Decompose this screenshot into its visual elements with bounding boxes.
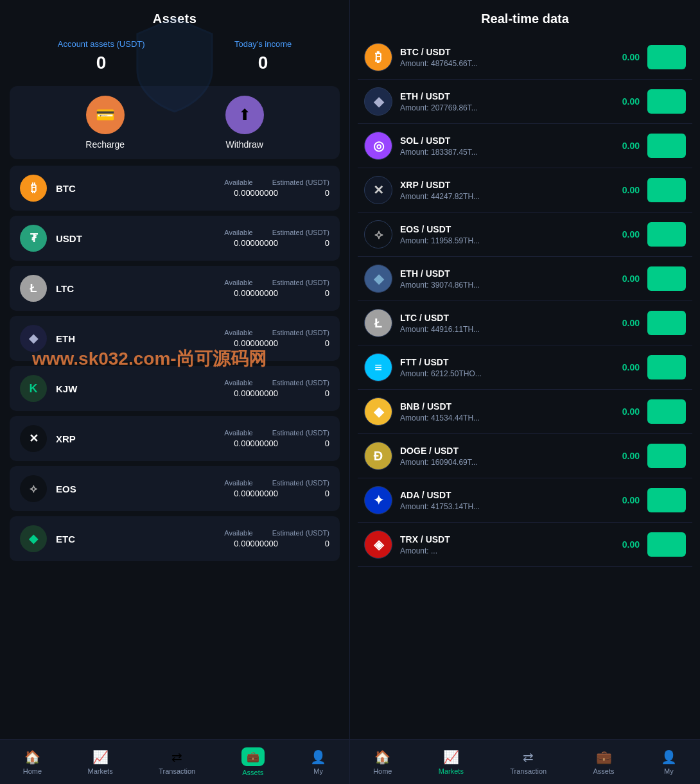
left-nav-my[interactable]: 👤 My	[304, 745, 333, 779]
realtime-item-eth2-5: ◆ ETH / USDT Amount: 39074.86TH... 0.00	[358, 257, 692, 301]
rt-pair-4: EOS / USDT	[400, 224, 603, 234]
rt-price-6: 0.00	[611, 318, 640, 328]
realtime-item-ftt-7: ≡ FTT / USDT Amount: 6212.50THO... 0.00	[358, 345, 692, 390]
coin-item-kjw[interactable]: K KJW Available Estimated (USDT) 0.00000…	[10, 366, 340, 411]
coin-symbol-etc: ETC	[56, 534, 88, 544]
available-label: Available	[224, 479, 252, 487]
realtime-list: ₿ BTC / USDT Amount: 487645.66T... 0.00 …	[350, 35, 700, 739]
recharge-button[interactable]: 💳 Recharge	[85, 96, 125, 150]
right-nav-label-assets: Assets	[593, 767, 615, 775]
rt-amount-1: Amount: 207769.86T...	[400, 103, 603, 112]
coin-available-btc: 0.00000000	[220, 188, 278, 198]
rt-trade-button-5[interactable]	[647, 266, 686, 291]
coin-estimated-eth: 0	[297, 338, 329, 348]
right-nav-markets[interactable]: 📈 Markets	[432, 745, 470, 779]
estimated-label: Estimated (USDT)	[272, 229, 329, 236]
rt-trade-button-3[interactable]	[647, 178, 686, 202]
available-label: Available	[224, 329, 252, 336]
realtime-item-ltc-6: Ł LTC / USDT Amount: 44916.11TH... 0.00	[358, 301, 692, 345]
right-nav-home[interactable]: 🏠 Home	[367, 745, 398, 779]
rt-trade-button-9[interactable]	[647, 444, 686, 468]
rt-info-7: FTT / USDT Amount: 6212.50THO...	[400, 357, 603, 378]
right-nav-icon-transaction: ⇄	[523, 749, 534, 765]
left-nav-label-home: Home	[23, 767, 42, 775]
estimated-label: Estimated (USDT)	[272, 479, 329, 487]
rt-amount-11: Amount: ...	[400, 546, 603, 555]
rt-pair-0: BTC / USDT	[400, 47, 603, 57]
account-assets-stat: Account assets (USDT) 0	[58, 39, 145, 73]
rt-trade-button-6[interactable]	[647, 311, 686, 335]
coin-amounts-eos: Available Estimated (USDT) 0.00000000 0	[97, 479, 329, 498]
coin-item-eos[interactable]: ⟡ EOS Available Estimated (USDT) 0.00000…	[10, 466, 340, 511]
right-nav-my[interactable]: 👤 My	[654, 745, 683, 779]
coin-item-etc[interactable]: ◆ ETC Available Estimated (USDT) 0.00000…	[10, 516, 340, 561]
coin-estimated-kjw: 0	[297, 388, 329, 398]
rt-price-4: 0.00	[611, 229, 640, 240]
available-label: Available	[224, 529, 252, 537]
rt-info-4: EOS / USDT Amount: 11958.59TH...	[400, 224, 603, 245]
coin-icon-etc: ◆	[20, 525, 47, 552]
right-nav-icon-markets: 📈	[443, 749, 459, 765]
rt-pair-9: DOGE / USDT	[400, 446, 603, 456]
left-nav-label-my: My	[313, 767, 323, 775]
rt-info-8: BNB / USDT Amount: 41534.44TH...	[400, 401, 603, 422]
coin-available-eos: 0.00000000	[220, 489, 278, 498]
rt-trade-button-1[interactable]	[647, 89, 686, 114]
coin-icon-eth: ◆	[20, 325, 47, 352]
coin-amounts-ltc: Available Estimated (USDT) 0.00000000 0	[97, 279, 329, 298]
rt-price-3: 0.00	[611, 185, 640, 195]
account-assets-value: 0	[58, 53, 145, 73]
rt-icon-ftt-7: ≡	[364, 353, 392, 381]
estimated-label: Estimated (USDT)	[272, 279, 329, 286]
rt-info-5: ETH / USDT Amount: 39074.86TH...	[400, 268, 603, 290]
rt-trade-button-8[interactable]	[647, 399, 686, 424]
left-nav-markets[interactable]: 📈 Markets	[82, 745, 119, 779]
left-nav-icon-assets: 💼	[241, 747, 265, 766]
rt-icon-doge-9: Ð	[364, 442, 392, 470]
realtime-item-btc-0: ₿ BTC / USDT Amount: 487645.66T... 0.00	[358, 35, 692, 80]
left-nav-home[interactable]: 🏠 Home	[17, 745, 48, 779]
left-nav-assets[interactable]: 💼 Assets	[235, 744, 271, 780]
rt-icon-eth-1: ◆	[364, 87, 392, 116]
account-assets-label: Account assets (USDT)	[58, 39, 145, 49]
rt-pair-8: BNB / USDT	[400, 401, 603, 412]
rt-trade-button-10[interactable]	[647, 488, 686, 512]
coin-item-eth[interactable]: ◆ ETH Available Estimated (USDT) 0.00000…	[10, 316, 340, 361]
right-nav-transaction[interactable]: ⇄ Transaction	[503, 745, 553, 779]
realtime-item-eth-1: ◆ ETH / USDT Amount: 207769.86T... 0.00	[358, 80, 692, 124]
right-nav-assets[interactable]: 💼 Assets	[587, 745, 621, 779]
rt-pair-5: ETH / USDT	[400, 268, 603, 279]
withdraw-icon: ⬆	[225, 96, 264, 134]
coin-available-eth: 0.00000000	[220, 338, 278, 348]
rt-icon-trx-11: ◈	[364, 530, 392, 559]
rt-trade-button-2[interactable]	[647, 134, 686, 158]
rt-trade-button-7[interactable]	[647, 355, 686, 379]
rt-amount-0: Amount: 487645.66T...	[400, 59, 603, 68]
rt-trade-button-4[interactable]	[647, 222, 686, 247]
rt-amount-6: Amount: 44916.11TH...	[400, 325, 603, 334]
rt-pair-10: ADA / USDT	[400, 490, 603, 500]
realtime-item-eos-4: ⟡ EOS / USDT Amount: 11958.59TH... 0.00	[358, 213, 692, 257]
coin-item-xrp[interactable]: ✕ XRP Available Estimated (USDT) 0.00000…	[10, 416, 340, 461]
rt-trade-button-0[interactable]	[647, 45, 686, 69]
rt-info-0: BTC / USDT Amount: 487645.66T...	[400, 47, 603, 68]
todays-income-label: Today's income	[234, 39, 292, 49]
right-nav-label-transaction: Transaction	[510, 767, 547, 775]
rt-amount-4: Amount: 11958.59TH...	[400, 236, 603, 245]
coin-icon-ltc: Ł	[20, 275, 47, 302]
left-nav-transaction[interactable]: ⇄ Transaction	[152, 745, 202, 779]
withdraw-label: Withdraw	[225, 139, 263, 150]
coin-estimated-btc: 0	[297, 188, 329, 198]
rt-trade-button-11[interactable]	[647, 532, 686, 557]
rt-pair-2: SOL / USDT	[400, 135, 603, 146]
coin-amounts-kjw: Available Estimated (USDT) 0.00000000 0	[97, 379, 329, 398]
coin-item-btc[interactable]: ₿ BTC Available Estimated (USDT) 0.00000…	[10, 166, 340, 211]
coin-available-kjw: 0.00000000	[220, 388, 278, 398]
coin-symbol-ltc: LTC	[56, 283, 88, 294]
realtime-item-doge-9: Ð DOGE / USDT Amount: 160904.69T... 0.00	[358, 434, 692, 478]
withdraw-button[interactable]: ⬆ Withdraw	[225, 96, 264, 150]
coin-item-usdt[interactable]: ₮ USDT Available Estimated (USDT) 0.0000…	[10, 216, 340, 261]
left-bottom-nav: 🏠 Home 📈 Markets ⇄ Transaction 💼 Assets …	[0, 739, 349, 784]
left-nav-label-assets: Assets	[242, 769, 263, 776]
coin-item-ltc[interactable]: Ł LTC Available Estimated (USDT) 0.00000…	[10, 266, 340, 311]
